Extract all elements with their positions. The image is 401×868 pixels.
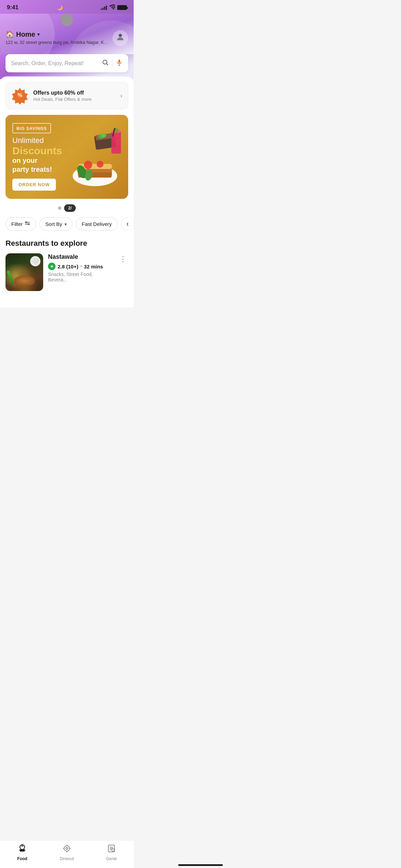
filters-row: Filter Sort By ▾ Fast Delivery Cui [5, 217, 128, 232]
svg-point-0 [119, 34, 122, 37]
search-bar[interactable]: Search, Order, Enjoy, Repeat! [5, 54, 128, 72]
fastdelivery-label: Fast Delivery [82, 221, 112, 227]
rating-value: 2.8 (10+) [58, 264, 78, 269]
status-bar: 9:41 🌙 [0, 0, 134, 14]
filter-chip-fastdelivery[interactable]: Fast Delivery [76, 217, 118, 231]
more-options-button[interactable]: ⋮ [118, 253, 128, 265]
restaurant-image-container: 🤍 [5, 253, 43, 291]
order-now-label: ORDER NOW [19, 182, 50, 187]
promo-line4: party treats! [12, 165, 121, 174]
status-time: 9:41 [7, 4, 19, 11]
location-address: 122 w, 32 street greens burg pa, Ambika … [5, 40, 108, 45]
filter-label: Filter [11, 221, 23, 227]
filter-chip-sortby[interactable]: Sort By ▾ [39, 217, 72, 231]
promo-section: BIG SAVINGS Unlimited Discounts on your … [5, 115, 128, 199]
location-row[interactable]: 🏠 Home ▾ 122 w, 32 street greens burg pa… [5, 30, 128, 46]
offer-badge-icon: % [11, 87, 28, 104]
mic-icon[interactable] [116, 59, 123, 68]
svg-text:%: % [17, 92, 22, 98]
promo-line1: Unlimited [12, 136, 121, 145]
camera-notch [61, 14, 73, 26]
big-savings-label: BIG SAVINGS [16, 126, 47, 131]
svg-line-2 [107, 64, 108, 65]
restaurant-card: 🤍 Nastawale ★ 2.8 (10+) • 32 mins Snacks… [5, 253, 128, 297]
location-chevron-icon: ▾ [37, 32, 40, 37]
location-info[interactable]: 🏠 Home ▾ 122 w, 32 street greens burg pa… [5, 30, 112, 45]
filter-chip-filter[interactable]: Filter [5, 217, 36, 231]
search-container: Search, Order, Enjoy, Repeat! [0, 54, 134, 79]
header: 🏠 Home ▾ 122 w, 32 street greens burg pa… [0, 14, 134, 54]
offers-title: Offers upto 60% off [33, 90, 116, 96]
filter-sliders-icon [25, 221, 30, 227]
cuisines-label: Cuisines [127, 221, 128, 227]
location-name: Home [16, 31, 35, 38]
offers-banner[interactable]: % Offers upto 60% off Hot Deals, Flat Of… [5, 82, 128, 109]
delivery-time: 32 mins [84, 264, 103, 269]
main-content: % Offers upto 60% off Hot Deals, Flat Of… [0, 76, 134, 308]
restaurant-name: Nastawale [48, 253, 113, 261]
cuisine-text: Snacks, Street Food, Bevera... [48, 272, 113, 282]
order-now-button[interactable]: ORDER NOW [12, 179, 56, 191]
svg-point-27 [26, 222, 27, 223]
offers-subtitle: Hot Deals, Flat Offers & more [33, 97, 116, 102]
food-decor [14, 276, 35, 286]
svg-point-28 [28, 224, 29, 225]
chilli-decor [7, 270, 14, 284]
big-savings-badge: BIG SAVINGS [12, 123, 51, 133]
promo-line2: Discounts [12, 146, 121, 156]
promo-line3: on your [12, 156, 121, 165]
wifi-icon [109, 4, 115, 11]
user-icon [116, 32, 125, 44]
search-icon [102, 59, 109, 68]
offers-chevron-icon: › [120, 92, 122, 99]
sortby-chevron-icon: ▾ [64, 221, 67, 227]
sortby-label: Sort By [45, 221, 62, 227]
carousel-dot-1 [58, 206, 61, 210]
home-icon: 🏠 [5, 30, 14, 38]
status-moon: 🌙 [57, 5, 63, 10]
rating-row: ★ 2.8 (10+) • 32 mins [48, 263, 113, 270]
svg-point-1 [103, 60, 107, 64]
signal-icon [101, 5, 107, 10]
filter-chip-cuisines[interactable]: Cuisines ▾ [121, 217, 128, 231]
restaurant-info: Nastawale ★ 2.8 (10+) • 32 mins Snacks, … [48, 253, 113, 282]
promo-text: BIG SAVINGS Unlimited Discounts on your … [12, 123, 121, 191]
star-icon: ★ [48, 263, 56, 270]
battery-icon [117, 5, 127, 10]
svg-rect-3 [119, 60, 120, 63]
search-placeholder-text: Search, Order, Enjoy, Repeat! [11, 60, 98, 67]
status-icons [101, 4, 127, 11]
restaurants-section-title: Restaurants to explore [5, 239, 128, 248]
avatar-button[interactable] [112, 30, 128, 46]
heart-icon: 🤍 [32, 258, 39, 265]
dot-separator: • [80, 264, 82, 269]
promo-banner: BIG SAVINGS Unlimited Discounts on your … [5, 115, 128, 199]
search-divider [112, 60, 112, 67]
location-title[interactable]: 🏠 Home ▾ [5, 30, 112, 38]
offers-text: Offers upto 60% off Hot Deals, Flat Offe… [33, 90, 116, 102]
carousel-dots: 2/ [5, 204, 128, 212]
carousel-dot-2-active: 2/ [64, 204, 76, 212]
